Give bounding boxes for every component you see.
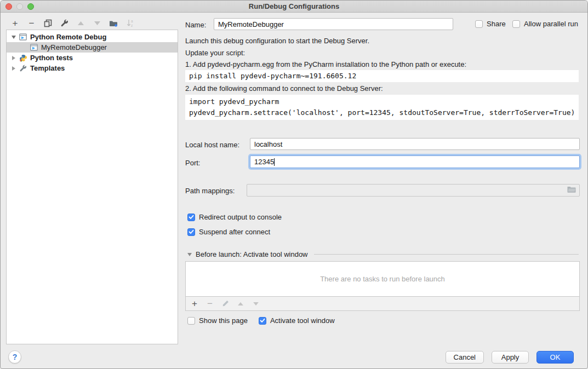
tree-item-label: Python Remote Debug [30, 33, 106, 41]
move-down-icon[interactable] [252, 298, 260, 309]
suspend-after-connect-label: Suspend after connect [199, 228, 270, 236]
intro-line-2: Update your script: [185, 49, 245, 57]
chevron-right-icon[interactable] [10, 66, 18, 71]
name-label: Name: [185, 21, 206, 29]
run-config-icon [19, 33, 27, 41]
name-input[interactable] [214, 18, 453, 30]
tree-item-myremotedebugger[interactable]: MyRemoteDebugger [7, 42, 178, 53]
tree-item-label: Python tests [30, 54, 73, 62]
move-up-icon[interactable] [75, 18, 87, 29]
suspend-after-connect-row: Suspend after connect [187, 228, 270, 236]
configurations-tree: Python Remote Debug MyRemoteDebugger Pyt… [6, 30, 178, 344]
remove-icon[interactable]: − [26, 18, 37, 29]
before-launch-task-list[interactable]: There are no tasks to run before launch [185, 261, 580, 297]
show-this-page-row: Show this page Activate tool window [187, 316, 335, 325]
local-host-name-label: Local host name: [185, 141, 239, 149]
help-label: ? [13, 353, 18, 361]
activate-tool-window-label: Activate tool window [270, 316, 335, 325]
pip-install-command[interactable]: pip install pydevd-pycharm~=191.6605.12 [185, 70, 579, 82]
new-folder-icon[interactable] [108, 18, 119, 29]
help-button[interactable]: ? [8, 350, 21, 364]
svg-text:z: z [131, 24, 133, 27]
collapse-icon[interactable] [187, 253, 192, 256]
remove-icon[interactable]: − [205, 298, 214, 309]
edit-icon[interactable] [221, 298, 230, 309]
intro-line-1: Launch this debug configuration to start… [185, 37, 369, 45]
run-config-icon [30, 44, 38, 51]
add-icon[interactable]: + [9, 18, 21, 29]
allow-parallel-run-label: Allow parallel run [524, 20, 578, 28]
step-1-text: 1. Add pydevd-pycharm.egg from the PyCha… [185, 60, 466, 68]
step-2-text: 2. Add the following command to connect … [185, 84, 383, 93]
move-up-icon[interactable] [236, 298, 245, 309]
redirect-output-checkbox[interactable] [187, 214, 195, 221]
allow-parallel-checkbox-row: Allow parallel run [512, 20, 578, 28]
edit-icon[interactable] [59, 18, 70, 29]
configurations-toolbar: + − az [9, 18, 136, 29]
add-icon[interactable]: + [190, 298, 199, 309]
share-label: Share [487, 20, 506, 28]
activate-tool-window-checkbox[interactable] [259, 317, 266, 325]
wrench-icon [19, 65, 27, 72]
move-down-icon[interactable] [92, 18, 103, 29]
run-debug-configurations-dialog: Run/Debug Configurations + − az [0, 0, 588, 369]
before-launch-header[interactable]: Before launch: Activate tool window [187, 250, 579, 258]
suspend-after-connect-checkbox[interactable] [187, 228, 195, 236]
tree-item-templates[interactable]: Templates [7, 63, 178, 73]
task-list-toolbar: + − [185, 297, 580, 311]
settrace-code-block[interactable]: import pydevd_pycharm pydevd_pycharm.set… [185, 95, 579, 120]
share-checkbox-row: Share [475, 20, 506, 28]
code-line-1: import pydevd_pycharm [189, 97, 279, 106]
path-mappings-input[interactable] [247, 184, 580, 197]
apply-button[interactable]: Apply [492, 351, 529, 364]
title-bar: Run/Debug Configurations [1, 1, 587, 13]
show-this-page-checkbox[interactable] [187, 317, 195, 325]
chevron-right-icon[interactable] [10, 56, 18, 60]
show-this-page-label: Show this page [199, 316, 248, 325]
copy-icon[interactable] [42, 18, 54, 29]
folder-icon[interactable] [567, 186, 576, 194]
share-checkbox[interactable] [475, 20, 483, 28]
cancel-button[interactable]: Cancel [446, 351, 484, 364]
tree-item-python-tests[interactable]: Python tests [7, 53, 178, 63]
python-tests-icon [19, 54, 27, 62]
chevron-down-icon[interactable] [10, 36, 18, 39]
local-host-name-input[interactable] [250, 138, 580, 150]
tree-item-label: MyRemoteDebugger [41, 43, 107, 51]
redirect-output-row: Redirect output to console [187, 213, 282, 221]
svg-text:a: a [131, 19, 133, 23]
window-title: Run/Debug Configurations [1, 2, 587, 10]
before-launch-label: Before launch: Activate tool window [196, 250, 308, 258]
empty-task-list-message: There are no tasks to run before launch [320, 275, 445, 283]
tree-item-python-remote-debug[interactable]: Python Remote Debug [7, 32, 178, 42]
path-mappings-label: Path mappings: [185, 187, 235, 195]
code-line-2: pydevd_pycharm.settrace('localhost', por… [189, 108, 575, 117]
port-label: Port: [185, 159, 200, 167]
redirect-output-label: Redirect output to console [199, 213, 282, 221]
port-value: 12345 [254, 158, 274, 166]
dialog-buttons: Cancel Apply OK [446, 351, 574, 364]
ok-button[interactable]: OK [536, 351, 574, 364]
header-rule [314, 254, 579, 255]
text-caret [274, 158, 275, 166]
port-input[interactable]: 12345 [250, 155, 580, 168]
allow-parallel-run-checkbox[interactable] [512, 20, 520, 28]
tree-item-label: Templates [30, 64, 65, 72]
sort-alpha-icon[interactable]: az [124, 18, 136, 29]
